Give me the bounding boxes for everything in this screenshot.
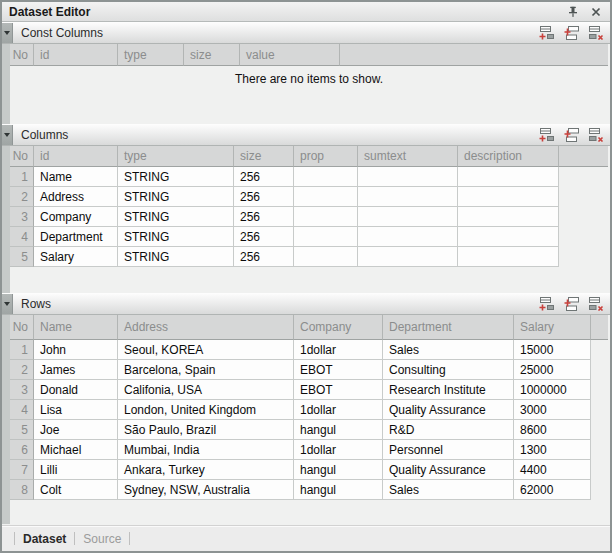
row-number-cell[interactable]: 4	[10, 400, 34, 420]
table-cell[interactable]	[294, 167, 358, 187]
table-cell[interactable]: 1000000	[514, 380, 591, 400]
table-cell[interactable]: R&D	[383, 420, 514, 440]
table-cell[interactable]: 256	[234, 247, 294, 267]
table-cell[interactable]	[358, 227, 458, 247]
row-number-cell[interactable]: 3	[10, 207, 34, 227]
table-cell[interactable]	[458, 247, 559, 267]
table-cell[interactable]: 1dollar	[294, 340, 383, 360]
table-cell[interactable]	[458, 187, 559, 207]
table-cell[interactable]: hangul	[294, 460, 383, 480]
table-cell[interactable]: Quality Assurance	[383, 460, 514, 480]
table-cell[interactable]: Sales	[383, 340, 514, 360]
table-cell[interactable]: 256	[234, 187, 294, 207]
table-cell[interactable]: STRING	[118, 207, 234, 227]
table-cell[interactable]: Company	[34, 207, 118, 227]
delete-row-button[interactable]	[588, 296, 605, 312]
table-cell[interactable]: EBOT	[294, 380, 383, 400]
table-cell[interactable]: 62000	[514, 480, 591, 500]
table-cell[interactable]: 1dollar	[294, 400, 383, 420]
table-cell[interactable]: Colt	[34, 480, 118, 500]
pin-button[interactable]	[566, 5, 580, 19]
table-cell[interactable]: 1dollar	[294, 440, 383, 460]
delete-row-button[interactable]	[588, 127, 605, 143]
table-cell[interactable]: Quality Assurance	[383, 400, 514, 420]
insert-row-button[interactable]	[563, 25, 580, 41]
row-number-cell[interactable]: 1	[10, 167, 34, 187]
table-cell[interactable]: EBOT	[294, 360, 383, 380]
row-number-cell[interactable]: 3	[10, 380, 34, 400]
row-number-cell[interactable]: 2	[10, 187, 34, 207]
table-cell[interactable]: hangul	[294, 480, 383, 500]
table-cell[interactable]: Name	[34, 167, 118, 187]
table-cell[interactable]	[294, 187, 358, 207]
table-cell[interactable]: Seoul, KOREA	[118, 340, 294, 360]
table-cell[interactable]	[358, 167, 458, 187]
table-cell[interactable]: 15000	[514, 340, 591, 360]
insert-row-button[interactable]	[563, 127, 580, 143]
table-cell[interactable]	[358, 187, 458, 207]
row-number-cell[interactable]: 6	[10, 440, 34, 460]
table-cell[interactable]: 8600	[514, 420, 591, 440]
close-button[interactable]	[589, 5, 603, 19]
table-cell[interactable]: Department	[34, 227, 118, 247]
tab-source[interactable]: Source	[83, 532, 121, 546]
table-cell[interactable]: 4400	[514, 460, 591, 480]
table-cell[interactable]: Lilli	[34, 460, 118, 480]
table-cell[interactable]: Mumbai, India	[118, 440, 294, 460]
table-cell[interactable]	[294, 247, 358, 267]
delete-row-button[interactable]	[588, 25, 605, 41]
table-cell[interactable]: Address	[34, 187, 118, 207]
table-cell[interactable]: Califonia, USA	[118, 380, 294, 400]
collapse-button-rows[interactable]	[2, 294, 13, 314]
table-cell[interactable]: hangul	[294, 420, 383, 440]
table-cell[interactable]: São Paulo, Brazil	[118, 420, 294, 440]
table-cell[interactable]: 256	[234, 227, 294, 247]
table-cell[interactable]: Personnel	[383, 440, 514, 460]
table-cell[interactable]: London, United Kingdom	[118, 400, 294, 420]
table-cell[interactable]: Barcelona, Spain	[118, 360, 294, 380]
table-cell[interactable]	[458, 207, 559, 227]
table-cell[interactable]: 1300	[514, 440, 591, 460]
table-cell[interactable]	[458, 167, 559, 187]
table-cell[interactable]: 256	[234, 207, 294, 227]
table-cell[interactable]: Consulting	[383, 360, 514, 380]
add-row-button[interactable]	[538, 127, 555, 143]
table-cell[interactable]: STRING	[118, 227, 234, 247]
table-cell[interactable]: 3000	[514, 400, 591, 420]
row-number-cell[interactable]: 5	[10, 247, 34, 267]
add-row-button[interactable]	[538, 25, 555, 41]
add-row-button[interactable]	[538, 296, 555, 312]
table-cell[interactable]: 256	[234, 167, 294, 187]
insert-row-button[interactable]	[563, 296, 580, 312]
table-cell[interactable]: Salary	[34, 247, 118, 267]
row-number-cell[interactable]: 8	[10, 480, 34, 500]
row-number-cell[interactable]: 7	[10, 460, 34, 480]
row-number-cell[interactable]: 2	[10, 360, 34, 380]
table-cell[interactable]	[294, 227, 358, 247]
row-number-cell[interactable]: 1	[10, 340, 34, 360]
table-cell[interactable]: Sydney, NSW, Australia	[118, 480, 294, 500]
row-number-cell[interactable]: 4	[10, 227, 34, 247]
collapse-button-const-columns[interactable]	[2, 23, 13, 43]
table-cell[interactable]	[358, 247, 458, 267]
table-cell[interactable]	[294, 207, 358, 227]
table-cell[interactable]: STRING	[118, 167, 234, 187]
table-cell[interactable]: Donald	[34, 380, 118, 400]
table-cell[interactable]: James	[34, 360, 118, 380]
table-cell[interactable]: John	[34, 340, 118, 360]
table-cell[interactable]: STRING	[118, 187, 234, 207]
table-cell[interactable]	[358, 207, 458, 227]
table-cell[interactable]: Joe	[34, 420, 118, 440]
table-header-row: Noidtypesizevalue	[10, 44, 608, 66]
table-cell[interactable]	[458, 227, 559, 247]
table-cell[interactable]: Lisa	[34, 400, 118, 420]
table-cell[interactable]: 25000	[514, 360, 591, 380]
row-number-cell[interactable]: 5	[10, 420, 34, 440]
table-cell[interactable]: Michael	[34, 440, 118, 460]
table-cell[interactable]: Research Institute	[383, 380, 514, 400]
table-cell[interactable]: STRING	[118, 247, 234, 267]
tab-dataset[interactable]: Dataset	[23, 532, 66, 546]
collapse-button-columns[interactable]	[2, 125, 13, 145]
table-cell[interactable]: Ankara, Turkey	[118, 460, 294, 480]
table-cell[interactable]: Sales	[383, 480, 514, 500]
